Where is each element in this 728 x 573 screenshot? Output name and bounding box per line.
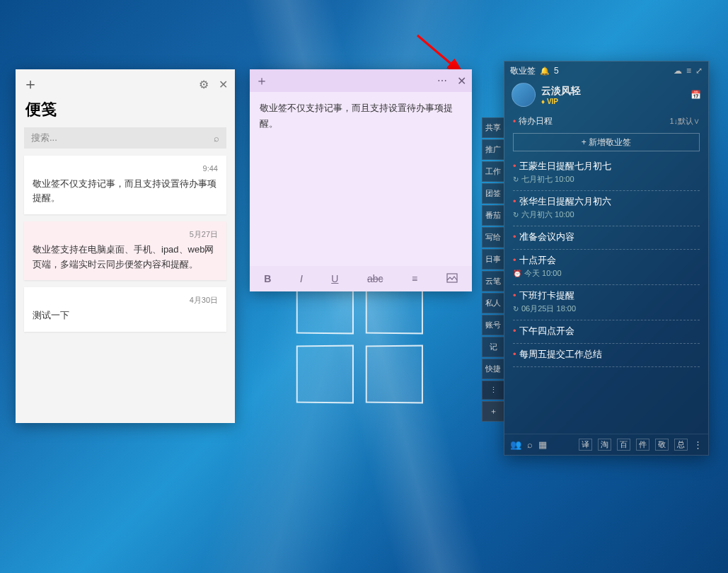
note-text: 测试一下 [33,308,218,323]
side-tab[interactable]: 快捷 [482,359,504,379]
clock-icon: ⏰ [513,270,521,277]
sticky-note-editor: ＋ ⋯ ✕ 敬业签不仅支持记事，而且支持设置待办事项提醒。 B I U abc … [250,69,472,291]
todo-item[interactable]: •每周五提交工作总结 [513,344,700,367]
strike-button[interactable]: abc [367,273,383,284]
calendar-icon[interactable]: 📅 [691,90,701,100]
image-button[interactable] [446,273,458,285]
todo-item[interactable]: •王蒙生日提醒七月初七 ↻七月初七 10:00 [513,156,700,191]
list-button[interactable]: ≡ [412,273,417,284]
username: 云淡风轻 [541,85,581,98]
bold-button[interactable]: B [264,273,271,284]
bottom-tag[interactable]: 敬 [655,439,669,451]
italic-button[interactable]: I [300,273,303,284]
side-tab[interactable]: 云笔 [482,271,504,291]
jyq-side-tabs: 共享 推广 工作 团签 番茄 写给 日事 云笔 私人 账号 记 快捷 ⋮ ＋ [482,117,504,422]
cloud-sync-icon[interactable]: ☁ [674,66,682,76]
side-tab-add[interactable]: ＋ [482,401,504,422]
side-tab[interactable]: 推广 [482,139,504,160]
side-tab[interactable]: 工作 [482,161,504,182]
todo-item[interactable]: •十点开会 ⏰今天 10:00 [513,250,700,285]
menu-icon[interactable]: ≡ [686,66,691,76]
side-tab[interactable]: 写给 [482,227,504,248]
close-icon[interactable]: ✕ [457,74,466,88]
expand-icon[interactable]: ⤢ [695,66,703,76]
search-placeholder: 搜索... [31,132,214,144]
calendar-small-icon[interactable]: ▦ [538,439,547,450]
section-title: 待办日程 [519,115,553,127]
sticky-notes-list-window: ＋ ⚙ ✕ 便笺 搜索... ⌕ 9:44 敬业签不仅支持记事，而且支持设置待办… [16,69,235,423]
bottom-tag[interactable]: 淘 [598,439,611,451]
side-tab[interactable]: 日事 [482,249,504,270]
app-name: 敬业签 [510,65,536,77]
avatar[interactable] [512,83,536,107]
contacts-icon[interactable]: 👥 [510,439,521,450]
format-toolbar: B I U abc ≡ [250,266,472,291]
sort-dropdown[interactable]: 1↓默认∨ [669,116,700,127]
note-body[interactable]: 敬业签不仅支持记事，而且支持设置待办事项提醒。 [250,92,472,266]
repeat-icon: ↻ [513,211,519,219]
side-tab[interactable]: 账号 [482,315,504,335]
todo-item[interactable]: •下班打卡提醒 ↻06月25日 18:00 [513,285,700,320]
note-card[interactable]: 4月30日 测试一下 [24,287,226,331]
bottom-tag[interactable]: 件 [636,439,649,451]
note-text: 敬业签不仅支持记事，而且支持设置待办事项提醒。 [33,177,218,207]
todo-list: •王蒙生日提醒七月初七 ↻七月初七 10:00 •张华生日提醒六月初六 ↻六月初… [504,156,708,434]
repeat-icon: ↻ [513,175,519,183]
todo-item[interactable]: •张华生日提醒六月初六 ↻六月初六 10:00 [513,191,700,226]
new-note-button[interactable]: ＋ [255,72,268,89]
side-tab[interactable]: 记 [482,337,504,357]
add-note-button[interactable]: + 新增敬业签 [513,133,700,151]
jingyeqian-app: 敬业签 🔔 5 ☁ ≡ ⤢ 云淡风轻 ♦ VIP 📅 • 待办日程 1↓默认∨ … [504,61,709,456]
notification-icon[interactable]: 🔔 [540,66,550,76]
search-icon[interactable]: ⌕ [527,439,533,450]
more-menu-icon[interactable]: ⋯ [437,75,449,86]
search-icon: ⌕ [214,133,219,144]
note-card[interactable]: 5月27日 敬业签支持在电脑桌面、手机、ipad、web网页端，多端实时云同步便… [24,221,226,280]
side-tab-more[interactable]: ⋮ [482,381,504,400]
search-input[interactable]: 搜索... ⌕ [24,127,226,149]
bottom-tag[interactable]: 总 [674,439,688,451]
notification-count: 5 [554,66,559,76]
vip-badge: ♦ VIP [541,98,581,105]
underline-button[interactable]: U [331,273,338,284]
todo-item[interactable]: •下午四点开会 [513,320,700,344]
note-date: 9:44 [33,163,218,175]
note-card[interactable]: 9:44 敬业签不仅支持记事，而且支持设置待办事项提醒。 [24,156,226,214]
repeat-icon: ↻ [513,305,519,313]
bottom-tag[interactable]: 百 [617,439,630,451]
side-tab[interactable]: 番茄 [482,205,504,226]
windows-logo [296,276,423,403]
bottom-tag[interactable]: 译 [579,439,592,451]
side-tab[interactable]: 共享 [482,117,504,138]
new-note-button[interactable]: ＋ [23,74,38,95]
close-icon[interactable]: ✕ [219,78,228,91]
note-text: 敬业签支持在电脑桌面、手机、ipad、web网页端，多端实时云同步便签内容和提醒… [33,243,218,272]
svg-line-0 [417,35,463,74]
todo-item[interactable]: •准备会议内容 [513,226,700,250]
more-icon[interactable]: ⋮ [693,439,703,450]
note-date: 5月27日 [33,228,218,241]
side-tab[interactable]: 私人 [482,293,504,313]
notes-list-title: 便笺 [16,95,235,127]
note-date: 4月30日 [33,294,218,307]
side-tab[interactable]: 团签 [482,183,504,204]
settings-icon[interactable]: ⚙ [199,78,209,91]
